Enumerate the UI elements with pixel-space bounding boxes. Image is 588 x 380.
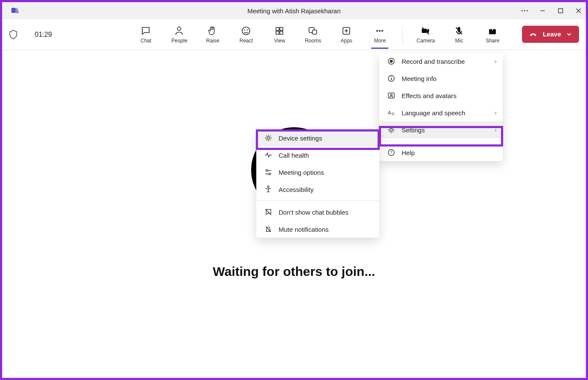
chat-icon — [141, 26, 151, 36]
svg-rect-17 — [280, 31, 283, 34]
bell-off-icon — [264, 225, 273, 233]
chevron-right-icon: › — [495, 126, 497, 133]
svg-point-46 — [266, 170, 268, 171]
react-button[interactable]: React — [235, 26, 257, 44]
apps-icon — [341, 26, 351, 36]
sliders-icon — [264, 168, 273, 177]
svg-rect-7 — [558, 9, 563, 13]
grid-icon — [274, 26, 285, 36]
toolbar-divider — [402, 26, 403, 44]
record-icon — [387, 57, 396, 66]
pulse-icon — [264, 151, 273, 159]
svg-rect-0 — [12, 8, 16, 13]
svg-point-1 — [16, 8, 18, 10]
more-icon — [375, 26, 385, 36]
svg-point-48 — [269, 173, 270, 175]
gear-icon — [264, 134, 273, 142]
chat-button[interactable]: Chat — [135, 26, 156, 44]
chevron-right-icon: › — [495, 58, 497, 65]
menu-separator — [256, 200, 379, 201]
titlebar: Meeting with Atish Rajasekharan — [2, 2, 586, 19]
svg-point-33 — [390, 60, 393, 63]
settings-submenu: Device settings Call health Meeting opti… — [256, 129, 379, 238]
svg-rect-37 — [388, 93, 394, 98]
svg-rect-15 — [280, 27, 283, 30]
mic-off-icon — [454, 26, 464, 36]
language-menu-item[interactable]: A字 Language and speech › — [379, 104, 503, 121]
share-button[interactable]: Share — [482, 26, 503, 44]
accessibility-menu-item[interactable]: Accessibility — [256, 181, 379, 198]
svg-point-4 — [524, 10, 525, 12]
svg-point-13 — [247, 29, 248, 30]
raise-hand-button[interactable]: Raise — [202, 26, 223, 44]
chat-off-icon — [264, 208, 273, 216]
more-button[interactable]: More — [369, 26, 390, 44]
rooms-icon — [308, 26, 318, 36]
minimize-button[interactable] — [539, 7, 546, 15]
svg-rect-19 — [312, 30, 317, 34]
leave-button[interactable]: Leave — [522, 26, 579, 43]
chevron-down-icon — [566, 31, 572, 37]
window-title: Meeting with Atish Rajasekharan — [247, 7, 341, 15]
meeting-info-menu-item[interactable]: Meeting info — [379, 70, 503, 87]
svg-rect-14 — [276, 27, 279, 30]
svg-point-36 — [391, 76, 392, 77]
svg-point-5 — [527, 10, 528, 12]
accessibility-icon — [264, 185, 273, 194]
raise-hand-icon — [207, 26, 218, 36]
meeting-timer: 01:29 — [35, 31, 52, 39]
svg-point-44 — [267, 137, 270, 139]
svg-point-25 — [381, 30, 383, 32]
rooms-button[interactable]: Rooms — [302, 26, 324, 44]
chevron-right-icon: › — [495, 109, 497, 116]
svg-rect-16 — [276, 31, 279, 34]
svg-point-23 — [376, 30, 378, 32]
menu-separator — [379, 141, 503, 141]
view-button[interactable]: View — [269, 26, 290, 44]
svg-text:字: 字 — [391, 112, 395, 116]
more-menu: Record and transcribe › Meeting info Eff… — [379, 53, 503, 161]
svg-point-24 — [379, 30, 381, 32]
svg-rect-2 — [16, 10, 19, 13]
info-icon — [387, 74, 396, 83]
more-options-icon[interactable] — [521, 7, 528, 15]
camera-button[interactable]: Camera — [415, 26, 436, 44]
svg-point-12 — [244, 29, 245, 30]
shield-icon[interactable] — [9, 30, 18, 39]
people-button[interactable]: People — [168, 26, 190, 44]
people-icon — [174, 26, 184, 36]
teams-logo-icon — [11, 6, 19, 15]
maximize-button[interactable] — [557, 7, 564, 15]
device-settings-menu-item[interactable]: Device settings — [256, 129, 379, 147]
hangup-icon — [529, 30, 537, 39]
svg-point-49 — [267, 186, 269, 188]
record-menu-item[interactable]: Record and transcribe › — [379, 53, 503, 70]
svg-text:A: A — [388, 110, 391, 115]
svg-point-10 — [177, 27, 181, 30]
share-icon — [487, 26, 498, 36]
svg-point-11 — [242, 27, 250, 35]
effects-icon — [387, 91, 396, 100]
svg-text:?: ? — [390, 150, 393, 155]
help-menu-item[interactable]: ? Help — [379, 144, 503, 161]
camera-off-icon — [420, 26, 431, 36]
mic-button[interactable]: Mic — [448, 26, 470, 44]
emoji-icon — [241, 26, 251, 36]
svg-point-3 — [522, 10, 523, 12]
svg-point-41 — [390, 129, 393, 131]
gear-icon — [387, 126, 396, 134]
close-button[interactable] — [575, 7, 582, 15]
language-icon: A字 — [387, 108, 396, 117]
settings-menu-item[interactable]: Settings › — [379, 121, 503, 138]
meeting-toolbar: 01:29 Chat People Raise React View — [2, 19, 586, 50]
help-icon: ? — [387, 148, 396, 157]
waiting-message: Waiting for others to join... — [213, 264, 375, 279]
chat-bubbles-menu-item[interactable]: Don't show chat bubbles — [256, 203, 379, 221]
apps-button[interactable]: Apps — [336, 26, 357, 44]
mute-notifications-menu-item[interactable]: Mute notifications — [256, 221, 379, 238]
meeting-options-menu-item[interactable]: Meeting options — [256, 164, 379, 181]
call-health-menu-item[interactable]: Call health — [256, 147, 379, 164]
effects-menu-item[interactable]: Effects and avatars — [379, 87, 503, 104]
